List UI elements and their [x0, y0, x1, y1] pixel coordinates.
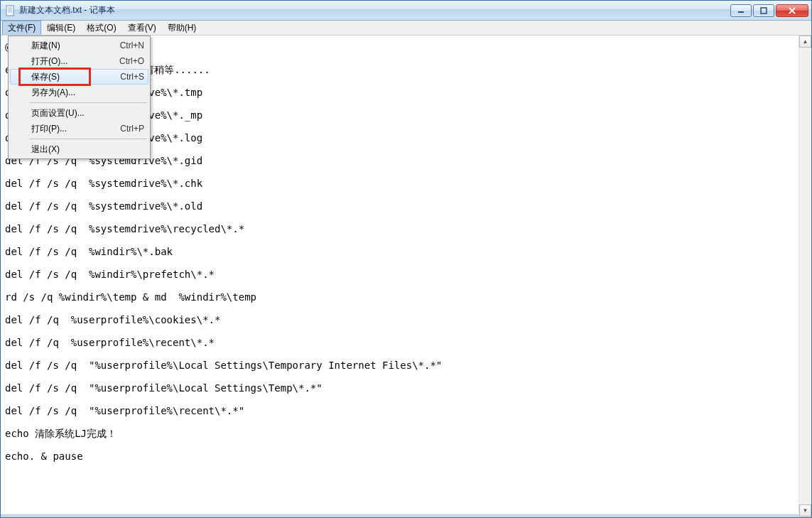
menu-view[interactable]: 查看(V) [122, 21, 162, 35]
menu-format[interactable]: 格式(O) [81, 21, 121, 35]
menu-item-label: 保存(S) [31, 71, 120, 83]
menu-item-label: 新建(N) [31, 40, 120, 52]
menu-item-label: 打开(O)... [31, 55, 119, 68]
file-menu-item[interactable]: 打开(O)...Ctrl+O [10, 53, 148, 69]
window-title: 新建文本文档.txt - 记事本 [19, 4, 730, 16]
window-bottom-border [1, 514, 811, 517]
minimize-icon [737, 7, 745, 14]
menu-separator [30, 139, 147, 139]
file-menu-item[interactable]: 页面设置(U)... [10, 105, 148, 121]
menu-file[interactable]: 文件(F) [2, 21, 41, 35]
file-menu-item[interactable]: 新建(N)Ctrl+N [10, 38, 148, 53]
window-controls [730, 4, 808, 17]
menu-item-label: 另存为(A)... [31, 87, 144, 99]
close-button[interactable] [776, 4, 808, 17]
svg-rect-5 [738, 11, 744, 13]
menu-item-label: 退出(X) [31, 144, 144, 156]
vertical-scrollbar[interactable]: ▲ ▼ [799, 36, 811, 517]
menu-item-shortcut: Ctrl+O [119, 56, 144, 66]
chevron-up-icon: ▲ [803, 38, 808, 45]
file-menu-item[interactable]: 另存为(A)... [10, 85, 148, 100]
maximize-icon [760, 7, 767, 14]
svg-rect-6 [761, 8, 767, 14]
minimize-button[interactable] [730, 4, 752, 17]
notepad-window: 新建文本文档.txt - 记事本 文件(F) 编辑(E) 格式(O) 查看(V)… [0, 0, 812, 518]
maximize-button[interactable] [753, 4, 774, 17]
menu-edit[interactable]: 编辑(E) [41, 21, 81, 35]
menu-item-shortcut: Ctrl+N [120, 41, 144, 50]
file-menu-item[interactable]: 退出(X) [10, 141, 148, 157]
menu-item-shortcut: Ctrl+S [120, 72, 144, 82]
titlebar[interactable]: 新建文本文档.txt - 记事本 [1, 1, 811, 21]
menu-item-label: 打印(P)... [31, 123, 120, 135]
file-menu-item[interactable]: 保存(S)Ctrl+S [10, 69, 148, 85]
menu-separator [30, 102, 147, 103]
menu-item-shortcut: Ctrl+P [120, 124, 144, 134]
menu-item-label: 页面设置(U)... [31, 107, 144, 119]
app-icon [5, 5, 16, 16]
menu-help[interactable]: 帮助(H) [162, 21, 202, 35]
scroll-down-button[interactable]: ▼ [799, 504, 811, 517]
chevron-down-icon: ▼ [803, 507, 808, 514]
close-icon [788, 7, 796, 14]
file-menu-item[interactable]: 打印(P)...Ctrl+P [10, 121, 148, 136]
file-menu-dropdown: 新建(N)Ctrl+N打开(O)...Ctrl+O保存(S)Ctrl+S另存为(… [8, 36, 151, 159]
menubar: 文件(F) 编辑(E) 格式(O) 查看(V) 帮助(H) [1, 21, 811, 36]
scroll-up-button[interactable]: ▲ [799, 36, 811, 48]
